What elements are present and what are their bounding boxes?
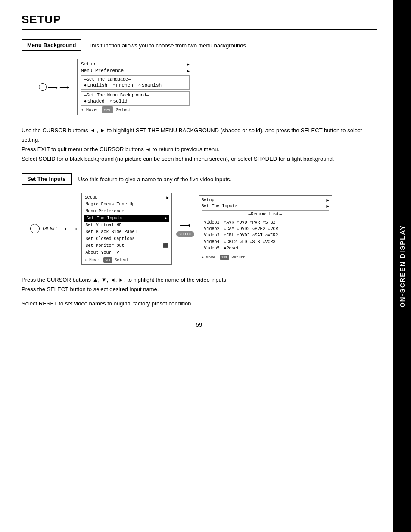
ms-title: Setup ▶ bbox=[84, 195, 169, 200]
ms-monitor-arrow: ⬛ bbox=[163, 243, 168, 249]
video5-label: Video5 bbox=[204, 245, 221, 252]
ms-virtual: Set Virtual HD bbox=[84, 222, 169, 229]
center-arrow: ⟶ bbox=[180, 221, 191, 230]
ms-bottom: ✦ Move SEL Select bbox=[84, 258, 169, 262]
rs-setup: Setup bbox=[202, 198, 215, 203]
select-btn-icon: SEL bbox=[102, 106, 113, 113]
ms-magic: Magic Focus Tune Up bbox=[84, 201, 169, 208]
screen-arrow: ▶ bbox=[187, 62, 190, 67]
video5-row: Video5 ●Reset bbox=[204, 245, 327, 252]
inputs-body-text-2: Select RESET to set video names to origi… bbox=[22, 299, 377, 308]
set-inputs-label: Set The Inputs bbox=[22, 173, 72, 185]
page-title: SETUP bbox=[22, 13, 377, 30]
english-option: English bbox=[84, 83, 107, 88]
v3-radio2: ○DVD3 bbox=[237, 232, 250, 239]
v5-reset: ●Reset bbox=[224, 245, 240, 252]
video4-row: Video4 ○CBL2 ○LD ○STB ○VCR3 bbox=[204, 239, 327, 245]
menu-background-section: Menu Background This function allows you… bbox=[22, 39, 377, 164]
inputs-line-1: Press the CURSOR buttons ▲, ▼, ◄, ►, to … bbox=[22, 275, 377, 285]
ms-closed-captions: Set Closed Captions bbox=[84, 236, 169, 243]
v2-radio3: ○PVR2 bbox=[252, 226, 265, 232]
v1-radio2: ○DVD bbox=[237, 219, 247, 226]
body-line-2: Press EXIT to quit menu or the CURSOR bu… bbox=[22, 145, 377, 154]
ms-black-panel: Set Black Side Panel bbox=[84, 229, 169, 236]
sidebar-vertical: ON-SCREEN DISPLAY bbox=[393, 0, 411, 532]
video3-row: Video3 ○CBL ○DVD3 ○SAT ○VCR2 bbox=[204, 232, 327, 239]
inputs-body-text: Press the CURSOR buttons ▲, ▼, ◄, ►, to … bbox=[22, 275, 377, 294]
inputs-line-3: Select RESET to set video names to origi… bbox=[22, 299, 377, 308]
arrow-right-icon2: ⟶ bbox=[59, 83, 69, 91]
menu-arrow-group: ⟶ ⟶ bbox=[39, 83, 69, 91]
v1-radio1: ○AVR bbox=[224, 219, 234, 226]
rename-list-title: —Rename List— bbox=[204, 212, 327, 218]
rename-screen: Setup ▶ Set The Inputs ▶ —Rename List— V… bbox=[199, 195, 332, 262]
screen-title-row: Setup ▶ bbox=[81, 62, 190, 67]
menu-background-description: This function allows you to choose from … bbox=[88, 39, 377, 50]
video1-row: Video1 ○AVR ○DVD ○PVR ○STB2 bbox=[204, 219, 327, 226]
spanish-option: Spanish bbox=[138, 83, 162, 88]
body-line-3: Select SOLID for a black background (no … bbox=[22, 154, 377, 164]
v4-radio4: ○VCR3 bbox=[263, 239, 276, 245]
bg-section-title: —Set The Menu Background— bbox=[84, 93, 187, 98]
video2-row: Video2 ○CAM ○DVD2 ○PVR2 ○VCR bbox=[204, 226, 327, 232]
ms-set-inputs-text: Set The Inputs bbox=[86, 215, 122, 221]
rs-bottom: ✦ Move SEL Return bbox=[202, 255, 329, 260]
sidebar-label: ON-SCREEN DISPLAY bbox=[399, 225, 406, 308]
ms-highlight-arrow: ▶ bbox=[165, 215, 167, 221]
menu-text: MENU bbox=[43, 226, 56, 231]
lang-options: English French Spanish bbox=[84, 83, 187, 88]
v4-radio2: ○LD bbox=[240, 239, 247, 245]
rs-header: Set The Inputs ▶ bbox=[202, 204, 329, 209]
rs-sel-btn: SEL bbox=[220, 255, 229, 260]
ms-monitor-text: Set Monitor Out bbox=[85, 243, 124, 249]
bg-subsection: —Set The Menu Background— Shaded Solid bbox=[81, 91, 190, 106]
center-arrow-group: ⟶ SELECT bbox=[176, 221, 194, 237]
video3-label: Video3 bbox=[204, 232, 221, 239]
arrow-right-icon: ⟶ bbox=[48, 83, 58, 91]
rs-title: Setup ▶ bbox=[202, 198, 329, 203]
bg-options: Shaded Solid bbox=[84, 99, 187, 104]
v1-radio4: ○STB2 bbox=[263, 219, 276, 226]
v4-radio1: ○CBL2 bbox=[224, 239, 237, 245]
v3-radio3: ○SAT bbox=[252, 232, 263, 239]
ms-set-inputs-highlight: Set The Inputs ▶ bbox=[84, 215, 169, 222]
lang-subsection: —Set The Language— English French Spanis… bbox=[81, 75, 190, 90]
ms-sel-btn: SEL bbox=[103, 257, 112, 263]
v2-radio1: ○CAM bbox=[224, 226, 234, 232]
ms-monitor: Set Monitor Out ⬛ bbox=[84, 243, 169, 249]
video1-label: Video1 bbox=[204, 219, 221, 226]
solid-option: Solid bbox=[110, 99, 128, 104]
body-line-1: Use the CURSOR buttoms ◄ , ► to highligh… bbox=[22, 126, 377, 145]
menu-background-label: Menu Background bbox=[22, 39, 81, 51]
v3-radio1: ○CBL bbox=[224, 232, 234, 239]
v1-radio3: ○PVR bbox=[250, 219, 260, 226]
v2-radio2: ○DVD2 bbox=[237, 226, 250, 232]
screen-bottom-bar: ✦ Move SEL Select bbox=[81, 107, 190, 112]
ms-setup: Setup bbox=[84, 195, 97, 200]
set-inputs-header: Set The Inputs Use this feature to give … bbox=[22, 173, 377, 185]
set-inputs-description: Use this feature to give a name to any o… bbox=[78, 173, 377, 184]
menu-nav-circle bbox=[30, 224, 40, 233]
menu-bg-diagram: ⟶ ⟶ Setup ▶ Menu Preference ▶ —Set The L… bbox=[39, 59, 377, 115]
menu-nav-group: MENU ⟶ ⟶ bbox=[30, 224, 77, 233]
rs-set-inputs: Set The Inputs bbox=[202, 204, 238, 209]
left-menu-screen: Setup ▶ Magic Focus Tune Up Menu Prefere… bbox=[81, 193, 172, 265]
inputs-line-2: Press the SELECT button to select desire… bbox=[22, 285, 377, 294]
ms-about: About Your TV bbox=[84, 249, 169, 256]
menu-circle-icon bbox=[39, 83, 47, 91]
nav-arrow1: ⟶ bbox=[58, 225, 67, 232]
inputs-diagram-row: MENU ⟶ ⟶ Setup ▶ Magic Focus Tune Up Men… bbox=[30, 193, 377, 265]
lang-section-title: —Set The Language— bbox=[84, 77, 187, 82]
select-oval: SELECT bbox=[176, 231, 194, 237]
v2-radio4: ○VCR bbox=[268, 226, 278, 232]
screen-setup-title: Setup bbox=[81, 62, 95, 67]
video2-label: Video2 bbox=[204, 226, 221, 232]
menu-pref-label: Menu Preference bbox=[81, 68, 124, 74]
shaded-option: Shaded bbox=[84, 99, 105, 104]
menu-pref-arrow: ▶ bbox=[187, 68, 190, 74]
menu-background-header: Menu Background This function allows you… bbox=[22, 39, 377, 51]
ms-menu-pref: Menu Preference bbox=[84, 208, 169, 215]
rs-arrow: ▶ bbox=[326, 198, 329, 203]
v4-radio3: ○STB bbox=[250, 239, 260, 245]
menu-pref-row: Menu Preference ▶ bbox=[81, 68, 190, 74]
